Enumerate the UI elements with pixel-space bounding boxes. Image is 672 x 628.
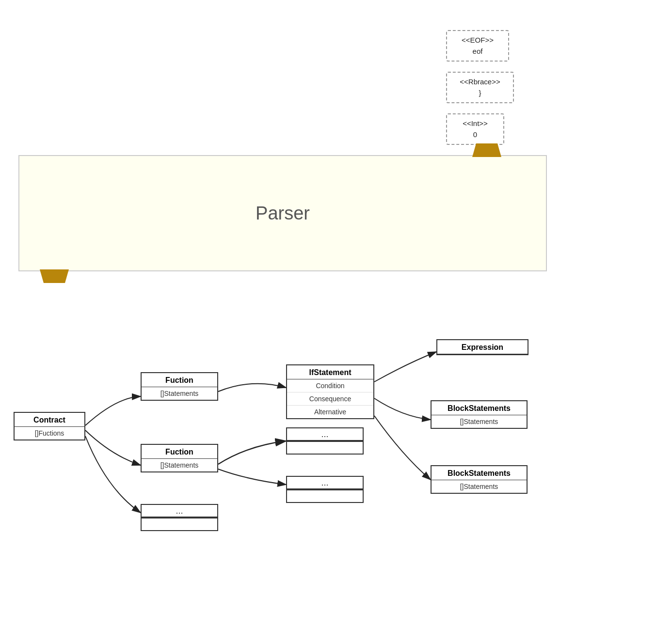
expression-title: Expression bbox=[437, 340, 528, 354]
fuction2-field: []Statements bbox=[142, 459, 217, 471]
ellipsis1: ... bbox=[141, 504, 218, 530]
fuction2-title: Fuction bbox=[142, 445, 217, 459]
ifstatement-condition: Condition bbox=[287, 379, 373, 392]
blockstatements2-field: []Statements bbox=[432, 480, 527, 493]
ellipsis3: ... bbox=[286, 476, 364, 502]
ifstatement-consequence: Consequence bbox=[287, 392, 373, 406]
contract-field-fuctions: []Fuctions bbox=[15, 427, 84, 440]
ifstatement-title: IfStatement bbox=[287, 365, 373, 379]
parser-block: Parser bbox=[18, 155, 547, 271]
token-rbrace-stereotype: <<Rbrace>> bbox=[460, 78, 500, 86]
fuction2-node: Fuction []Statements bbox=[141, 444, 218, 472]
arrow-ifstatement-to-blockstatements2 bbox=[374, 416, 431, 480]
blockstatements1-title: BlockStatements bbox=[432, 401, 527, 415]
token-eof-value: eof bbox=[473, 47, 483, 55]
arrow-fuction1-to-ifstatement bbox=[218, 384, 286, 392]
parser-port-top-right bbox=[472, 143, 501, 157]
token-int: <<Int>> 0 bbox=[446, 113, 504, 145]
ellipsis2: ... bbox=[286, 427, 364, 454]
fuction1-node: Fuction []Statements bbox=[141, 372, 218, 401]
token-eof-stereotype: <<EOF>> bbox=[462, 36, 494, 44]
contract-node: Contract []Fuctions bbox=[14, 412, 85, 440]
parser-port-bottom-left bbox=[40, 269, 69, 283]
arrow-fuction2-to-ellipsis2 bbox=[218, 441, 286, 464]
token-rbrace: <<Rbrace>> } bbox=[446, 72, 514, 103]
token-int-value: 0 bbox=[473, 130, 477, 139]
arrow-fuction2-to-ellipsis3 bbox=[218, 469, 286, 485]
arrow-contract-to-fuction1 bbox=[85, 396, 141, 425]
ifstatement-alternative: Alternative bbox=[287, 406, 373, 418]
arrows-overlay bbox=[0, 0, 672, 628]
token-eof: <<EOF>> eof bbox=[446, 30, 509, 62]
arrow-ifstatement-to-blockstatements1 bbox=[374, 398, 431, 420]
fuction1-title: Fuction bbox=[142, 373, 217, 387]
ifstatement-node: IfStatement Condition Consequence Altern… bbox=[286, 364, 374, 419]
blockstatements2-title: BlockStatements bbox=[432, 466, 527, 480]
arrow-contract-to-ellipsis1 bbox=[85, 436, 141, 513]
arrow-ifstatement-to-expression bbox=[374, 352, 436, 382]
parser-label: Parser bbox=[256, 203, 310, 224]
fuction1-field: []Statements bbox=[142, 387, 217, 400]
token-rbrace-value: } bbox=[479, 89, 481, 97]
arrow-contract-to-fuction2 bbox=[85, 430, 141, 465]
expression-node: Expression bbox=[436, 339, 528, 355]
token-int-stereotype: <<Int>> bbox=[463, 119, 488, 127]
blockstatements1-field: []Statements bbox=[432, 415, 527, 428]
contract-title: Contract bbox=[15, 413, 84, 427]
blockstatements2-node: BlockStatements []Statements bbox=[431, 465, 528, 494]
blockstatements1-node: BlockStatements []Statements bbox=[431, 400, 528, 429]
